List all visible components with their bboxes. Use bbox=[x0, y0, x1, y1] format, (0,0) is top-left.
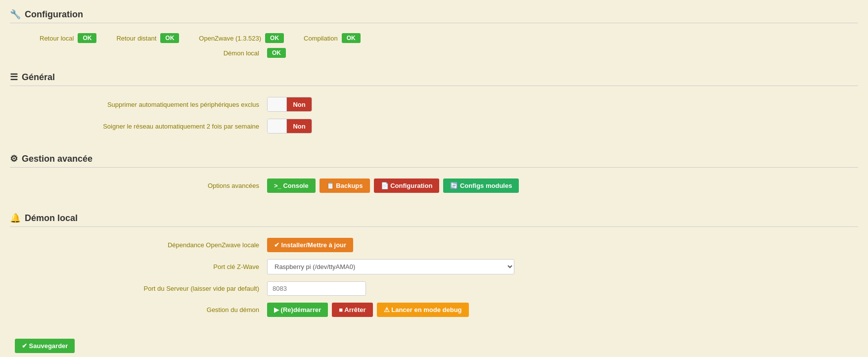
status-row: Retour local OK Retour distant OK OpenZw… bbox=[10, 29, 858, 46]
demon-section: Dépendance OpenZwave locale ✔ Installer/… bbox=[10, 233, 858, 329]
auto-remove-toggle[interactable]: Non bbox=[267, 97, 312, 112]
status-compilation: Compilation OK bbox=[304, 33, 361, 43]
toggle-off-2[interactable] bbox=[268, 119, 287, 133]
configs-modules-button[interactable]: 🔄 Configs modules bbox=[443, 178, 519, 193]
configuration-title: Configuration bbox=[25, 9, 83, 20]
configuration-header: 🔧 Configuration bbox=[10, 5, 858, 23]
gestion-demon-row: Gestion du démon ▶ (Re)démarrer ■ Arrête… bbox=[10, 303, 858, 317]
port-serveur-row: Port du Serveur (laisser vide par defaul… bbox=[10, 281, 858, 296]
advanced-section: Options avancées >_ Console 📋 Backups 📄 … bbox=[10, 174, 858, 205]
demon-title: Démon local bbox=[25, 213, 78, 223]
save-area: ✔ Sauvegarder bbox=[10, 339, 858, 353]
debug-button[interactable]: ⚠ Lancer en mode debug bbox=[377, 303, 469, 317]
status-retour-local: Retour local OK bbox=[40, 33, 96, 43]
retour-local-badge: OK bbox=[78, 33, 96, 43]
status-retour-distant: Retour distant OK bbox=[116, 33, 179, 43]
options-avancees-label: Options avancées bbox=[20, 182, 267, 189]
auto-heal-row: Soigner le réseau automatiquement 2 fois… bbox=[10, 119, 858, 134]
auto-remove-label: Supprimer automatiquement les périphériq… bbox=[20, 101, 267, 108]
port-serveur-label: Port du Serveur (laisser vide par defaul… bbox=[20, 285, 267, 292]
console-button[interactable]: >_ Console bbox=[267, 178, 316, 193]
compilation-badge: OK bbox=[342, 33, 361, 43]
status-openzwave: OpenZwave (1.3.523) OK bbox=[199, 33, 284, 43]
auto-heal-label: Soigner le réseau automatiquement 2 fois… bbox=[20, 123, 267, 130]
advanced-title: Gestion avancée bbox=[22, 154, 92, 164]
save-button[interactable]: ✔ Sauvegarder bbox=[15, 339, 75, 353]
general-title: Général bbox=[22, 72, 55, 83]
bell-icon: 🔔 bbox=[10, 213, 21, 223]
compilation-label: Compilation bbox=[304, 35, 338, 42]
general-section: Supprimer automatiquement les périphériq… bbox=[10, 92, 858, 145]
auto-remove-row: Supprimer automatiquement les périphériq… bbox=[10, 97, 858, 112]
retour-local-label: Retour local bbox=[40, 35, 74, 42]
demon-local-status-label: Démon local bbox=[20, 49, 267, 57]
openzwave-label: OpenZwave (1.3.523) bbox=[199, 35, 261, 42]
advanced-section-header: ⚙ Gestion avancée bbox=[10, 149, 858, 168]
dependance-row: Dépendance OpenZwave locale ✔ Installer/… bbox=[10, 238, 858, 252]
toggle-non-2[interactable]: Non bbox=[287, 119, 311, 133]
configuration-button[interactable]: 📄 Configuration bbox=[374, 178, 440, 193]
auto-heal-toggle[interactable]: Non bbox=[267, 119, 312, 134]
port-zwave-row: Port clé Z-Wave Raspberry pi (/dev/ttyAM… bbox=[10, 259, 858, 274]
demon-buttons-group: ▶ (Re)démarrer ■ Arrêter ⚠ Lancer en mod… bbox=[267, 303, 469, 317]
install-update-button[interactable]: ✔ Installer/Mettre à jour bbox=[267, 238, 353, 252]
backups-button[interactable]: 📋 Backups bbox=[320, 178, 370, 193]
options-buttons-group: >_ Console 📋 Backups 📄 Configuration 🔄 C… bbox=[267, 178, 519, 193]
restart-button[interactable]: ▶ (Re)démarrer bbox=[267, 303, 328, 317]
retour-distant-label: Retour distant bbox=[116, 35, 156, 42]
gear-icon: ⚙ bbox=[10, 153, 18, 164]
port-serveur-input[interactable] bbox=[267, 281, 366, 296]
demon-local-status-badge: OK bbox=[267, 48, 286, 58]
stop-button[interactable]: ■ Arrêter bbox=[332, 303, 372, 317]
general-section-header: ☰ Général bbox=[10, 68, 858, 86]
gestion-demon-label: Gestion du démon bbox=[20, 306, 267, 313]
retour-distant-badge: OK bbox=[160, 33, 179, 43]
openzwave-badge: OK bbox=[265, 33, 284, 43]
wrench-icon: 🔧 bbox=[10, 9, 21, 20]
list-icon: ☰ bbox=[10, 72, 18, 83]
demon-local-status-row: Démon local OK bbox=[10, 48, 858, 58]
options-avancees-row: Options avancées >_ Console 📋 Backups 📄 … bbox=[10, 178, 858, 193]
toggle-off-1[interactable] bbox=[268, 97, 287, 111]
toggle-non-1[interactable]: Non bbox=[287, 97, 311, 111]
port-zwave-label: Port clé Z-Wave bbox=[20, 263, 267, 270]
dependance-label: Dépendance OpenZwave locale bbox=[20, 241, 267, 249]
port-zwave-select[interactable]: Raspberry pi (/dev/ttyAMA0) bbox=[267, 259, 514, 274]
demon-section-header: 🔔 Démon local bbox=[10, 209, 858, 227]
